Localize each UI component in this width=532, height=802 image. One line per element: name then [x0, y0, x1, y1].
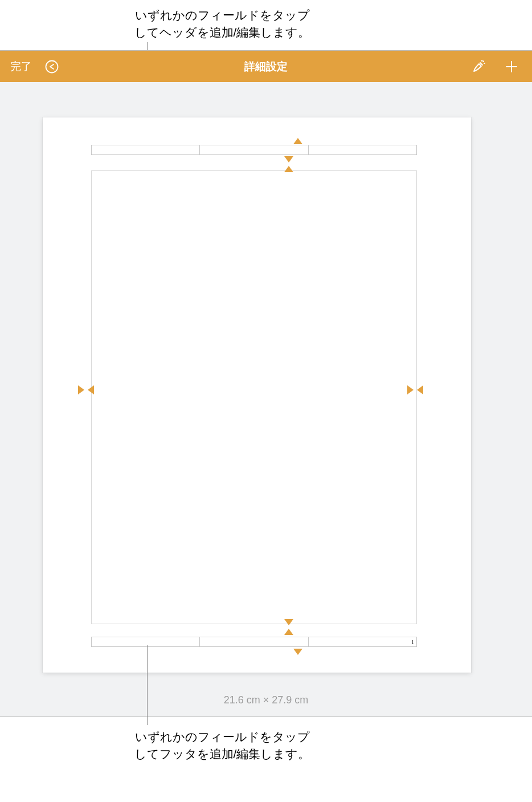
annotation-footer: いずれかのフィールドをタップ してフッタを追加/編集します。: [114, 728, 330, 763]
done-button[interactable]: 完了: [10, 59, 32, 74]
triangle-up-icon: [284, 629, 293, 635]
triangle-up-icon: [293, 138, 302, 144]
annotation-header-l1: いずれかのフィールドをタップ: [135, 9, 310, 22]
triangle-up-icon: [284, 166, 293, 172]
add-button[interactable]: [504, 59, 519, 75]
undo-button[interactable]: [44, 59, 59, 74]
callout-line-footer: [147, 645, 148, 725]
toolbar: 完了 詳細設定: [0, 51, 532, 82]
page-body-area[interactable]: [91, 170, 417, 624]
annotation-footer-l1: いずれかのフィールドをタップ: [135, 730, 310, 743]
device-frame: 完了 詳細設定: [0, 50, 532, 717]
header-row: [91, 145, 417, 155]
triangle-right-icon: [407, 385, 414, 394]
toolbar-title: 詳細設定: [0, 59, 532, 74]
annotation-header: いずれかのフィールドをタップ してヘッダを追加/編集します。: [114, 7, 330, 42]
triangle-down-icon: [284, 156, 293, 162]
footer-field-left[interactable]: [91, 637, 200, 647]
svg-point-0: [46, 60, 58, 72]
document-page: 1: [43, 117, 471, 673]
page-dimensions-label: 21.6 cm × 27.9 cm: [0, 694, 532, 706]
header-field-right[interactable]: [309, 145, 417, 155]
footer-field-right[interactable]: 1: [309, 637, 417, 647]
triangle-left-icon: [88, 385, 94, 394]
annotation-footer-l2: してフッタを追加/編集します。: [134, 747, 310, 760]
triangle-left-icon: [417, 385, 423, 394]
triangle-right-icon: [78, 385, 84, 394]
footer-field-center[interactable]: [200, 637, 308, 647]
triangle-down-icon: [284, 619, 293, 625]
footer-row: 1: [91, 637, 417, 647]
header-field-center[interactable]: [200, 145, 308, 155]
format-brush-button[interactable]: [470, 59, 486, 75]
document-canvas[interactable]: 1: [0, 82, 532, 716]
triangle-down-icon: [293, 649, 302, 655]
annotation-header-l2: してヘッダを追加/編集します。: [134, 26, 310, 39]
header-field-left[interactable]: [91, 145, 200, 155]
